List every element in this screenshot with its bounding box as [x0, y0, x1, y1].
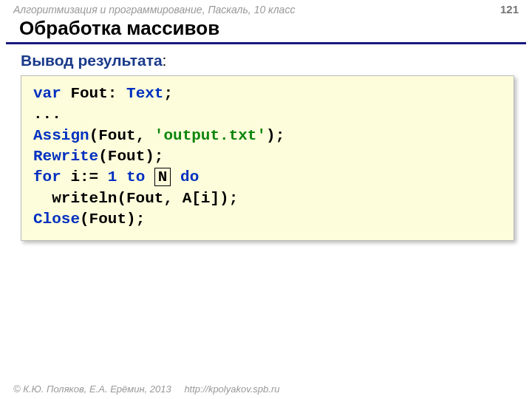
kw-assign: Assign	[33, 127, 89, 144]
code-line-7: Close(Fout);	[33, 209, 502, 230]
kw-rewrite: Rewrite	[33, 148, 98, 165]
subtitle-text: Вывод результата	[21, 52, 163, 69]
footer-url: http://kpolyakov.spb.ru	[184, 383, 279, 395]
header: Алгоритмизация и программирование, Паска…	[0, 0, 532, 17]
code-line-4: Rewrite(Fout);	[33, 146, 502, 167]
kw-var: var	[33, 85, 61, 102]
code-block: var Fout: Text; ... Assign(Fout, 'output…	[21, 75, 514, 241]
kw-close: Close	[33, 211, 80, 228]
string-literal: 'output.txt'	[154, 127, 266, 144]
code-line-2: ...	[33, 104, 502, 125]
code-text: Fout:	[61, 85, 126, 102]
copyright: © К.Ю. Поляков, Е.А. Ерёмин, 2013	[13, 383, 171, 395]
subtitle: Вывод результата:	[0, 49, 532, 75]
code-text: (Fout);	[80, 211, 145, 228]
boxed-n: N	[154, 168, 171, 186]
kw-to: to	[117, 168, 154, 185]
footer: © К.Ю. Поляков, Е.А. Ерёмин, 2013 http:/…	[13, 383, 279, 395]
code-line-5: for i:= 1 to N do	[33, 167, 502, 188]
code-text: ;	[163, 85, 173, 102]
kw-do: do	[171, 168, 199, 185]
code-text: (Fout,	[89, 127, 154, 144]
subtitle-colon: :	[163, 52, 167, 69]
code-line-3: Assign(Fout, 'output.txt');	[33, 126, 502, 146]
kw-for: for	[33, 168, 61, 185]
page-number: 121	[500, 3, 519, 16]
code-line-6: writeln(Fout, A[i]);	[33, 188, 502, 209]
code-text: );	[266, 127, 284, 144]
code-text: i:=	[61, 168, 108, 185]
code-line-1: var Fout: Text;	[33, 83, 502, 104]
kw-text: Text	[126, 85, 163, 102]
course-label: Алгоритмизация и программирование, Паска…	[13, 4, 295, 16]
code-text: (Fout);	[98, 148, 163, 165]
num-1: 1	[108, 168, 117, 185]
page-title: Обработка массивов	[6, 17, 526, 44]
